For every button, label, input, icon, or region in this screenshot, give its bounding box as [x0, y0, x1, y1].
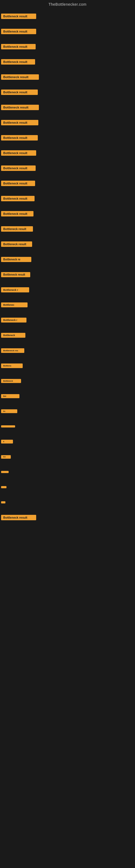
- list-item[interactable]: Bottleneck result: [0, 54, 135, 69]
- bottleneck-result-badge[interactable]: [1, 425, 15, 428]
- bottleneck-result-badge[interactable]: [1, 471, 9, 473]
- list-item[interactable]: Bottleneck re: [0, 252, 135, 267]
- bottleneck-result-badge[interactable]: Bottleneck: [1, 333, 26, 338]
- bottleneck-result-badge[interactable]: Bo: [1, 409, 17, 413]
- bottleneck-result-badge[interactable]: Bottleneck result: [1, 120, 38, 125]
- list-item[interactable]: Bottleneck r: [0, 282, 135, 297]
- list-item[interactable]: Bottleneck result: [0, 221, 135, 237]
- list-item[interactable]: Bottleneck result: [0, 206, 135, 221]
- list-item[interactable]: [0, 495, 135, 510]
- bottleneck-result-badge[interactable]: Bottleneck r: [1, 318, 27, 322]
- list-item[interactable]: Bottleneck result: [0, 191, 135, 206]
- bottleneck-result-badge[interactable]: Bottleneck result: [1, 272, 30, 277]
- list-item[interactable]: Bo: [0, 404, 135, 419]
- bottleneck-result-badge[interactable]: Bottleneck result: [1, 211, 34, 216]
- list-item[interactable]: Bottleneck result: [0, 39, 135, 54]
- list-item[interactable]: [0, 479, 135, 495]
- bottleneck-result-badge[interactable]: Bottleneck result: [1, 74, 39, 80]
- list-item[interactable]: Bott: [0, 449, 135, 464]
- bottleneck-result-badge[interactable]: B: [1, 440, 13, 443]
- list-item[interactable]: Bottleneck result: [0, 161, 135, 176]
- list-item[interactable]: Bottleneck result: [0, 510, 135, 525]
- bottleneck-result-badge[interactable]: Bottleneck result: [1, 105, 39, 110]
- list-item[interactable]: Bottleneck: [0, 328, 135, 343]
- bottleneck-result-badge[interactable]: Bottleneck result: [1, 241, 32, 247]
- bottleneck-result-badge[interactable]: Bottleneck res: [1, 348, 24, 353]
- list-item[interactable]: Bottleneck result: [0, 115, 135, 130]
- bottleneck-result-badge[interactable]: Bottleneck result: [1, 165, 36, 171]
- bottleneck-result-badge[interactable]: Bottleneck result: [1, 29, 36, 34]
- bottleneck-result-badge[interactable]: Bottleneck result: [1, 135, 38, 141]
- bottleneck-result-badge[interactable]: Bottleneck: [1, 379, 21, 383]
- bottleneck-result-badge[interactable]: [1, 486, 6, 488]
- list-item[interactable]: Bottleneck result: [0, 24, 135, 39]
- bottleneck-result-badge[interactable]: Bottleneck result: [1, 59, 35, 65]
- bottleneck-result-badge[interactable]: Bottleneck result: [1, 150, 36, 156]
- bottleneck-result-badge[interactable]: Bottleneck re: [1, 257, 31, 262]
- bottleneck-result-badge[interactable]: Bottlens: [1, 364, 23, 368]
- list-item[interactable]: [0, 419, 135, 434]
- list-item[interactable]: Bottleneck result: [0, 69, 135, 85]
- list-item[interactable]: Bottleneck result: [0, 130, 135, 145]
- list-item[interactable]: Bottlens: [0, 358, 135, 373]
- bottleneck-result-badge[interactable]: Bottleneck result: [1, 196, 35, 201]
- bottleneck-result-badge[interactable]: Bott: [1, 455, 11, 459]
- bottleneck-result-badge[interactable]: Bot: [1, 394, 19, 398]
- list-item[interactable]: Bottleneck result: [0, 85, 135, 100]
- bottleneck-result-badge[interactable]: Bottleneck result: [1, 13, 36, 19]
- list-item[interactable]: Bot: [0, 389, 135, 404]
- bottleneck-result-badge[interactable]: [1, 501, 5, 503]
- list-item[interactable]: [0, 464, 135, 479]
- list-item[interactable]: Bottleneck: [0, 373, 135, 389]
- bottleneck-result-badge[interactable]: Bottleneck result: [1, 226, 33, 231]
- list-item[interactable]: B: [0, 434, 135, 449]
- list-item[interactable]: Bottleneck r: [0, 312, 135, 328]
- bottleneck-result-badge[interactable]: Bottleneck result: [1, 515, 36, 520]
- list-item[interactable]: Bottleneck res: [0, 343, 135, 358]
- list-item[interactable]: Bottleneck result: [0, 267, 135, 282]
- site-title: TheBottlenecker.com: [0, 0, 135, 8]
- bottleneck-result-badge[interactable]: Bottleneck result: [1, 90, 38, 95]
- list-item[interactable]: Bottleneck result: [0, 176, 135, 191]
- bottleneck-result-badge[interactable]: Bottleneck result: [1, 181, 35, 186]
- results-list: Bottleneck resultBottleneck resultBottle…: [0, 8, 135, 525]
- list-item[interactable]: Bottleneck result: [0, 237, 135, 252]
- list-item[interactable]: Bottleneck result: [0, 145, 135, 161]
- list-item[interactable]: Bottlenec: [0, 297, 135, 312]
- bottleneck-result-badge[interactable]: Bottleneck result: [1, 44, 36, 50]
- bottleneck-result-badge[interactable]: Bottleneck r: [1, 287, 29, 292]
- list-item[interactable]: Bottleneck result: [0, 100, 135, 115]
- list-item[interactable]: Bottleneck result: [0, 9, 135, 24]
- bottleneck-result-badge[interactable]: Bottlenec: [1, 303, 28, 307]
